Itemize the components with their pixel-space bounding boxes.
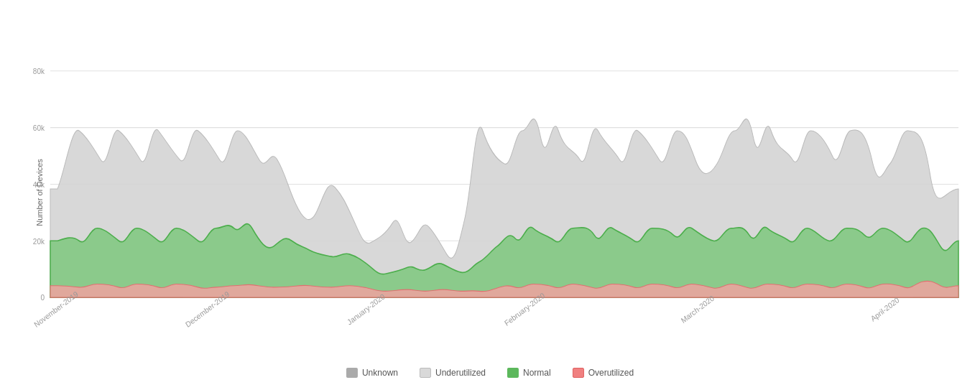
x-tick-mar2020: March-2020 bbox=[680, 294, 716, 325]
chart-container: Number of Devices 0 20k 40k 60k 80k bbox=[0, 0, 980, 385]
legend-label-unknown: Unknown bbox=[362, 368, 398, 378]
y-tick-80k: 80k bbox=[33, 68, 45, 75]
y-tick-20k: 20k bbox=[33, 237, 45, 245]
legend-swatch-overutilized bbox=[573, 368, 584, 378]
legend-unknown: Unknown bbox=[346, 368, 398, 378]
x-tick-apr2020: April-2020 bbox=[869, 296, 901, 323]
legend-label-overutilized: Overutilized bbox=[588, 368, 634, 378]
legend-label-normal: Normal bbox=[523, 368, 551, 378]
chart-area: 0 20k 40k 60k 80k November-2019 December… bbox=[50, 14, 958, 313]
y-axis-label: Number of Devices bbox=[35, 159, 44, 226]
legend-swatch-normal bbox=[507, 368, 519, 378]
y-tick-60k: 60k bbox=[33, 124, 45, 132]
y-tick-0: 0 bbox=[40, 294, 45, 302]
legend-underutilized: Underutilized bbox=[420, 368, 486, 378]
legend-label-underutilized: Underutilized bbox=[435, 368, 486, 378]
legend-normal: Normal bbox=[507, 368, 551, 378]
legend-swatch-unknown bbox=[346, 368, 358, 378]
main-chart-svg: 0 20k 40k 60k 80k November-2019 December… bbox=[50, 14, 958, 313]
legend-swatch-underutilized bbox=[420, 368, 431, 378]
legend-overutilized: Overutilized bbox=[573, 368, 634, 378]
y-tick-40k: 40k bbox=[33, 180, 45, 188]
legend-container: Unknown Underutilized Normal Overutilize… bbox=[346, 368, 634, 378]
